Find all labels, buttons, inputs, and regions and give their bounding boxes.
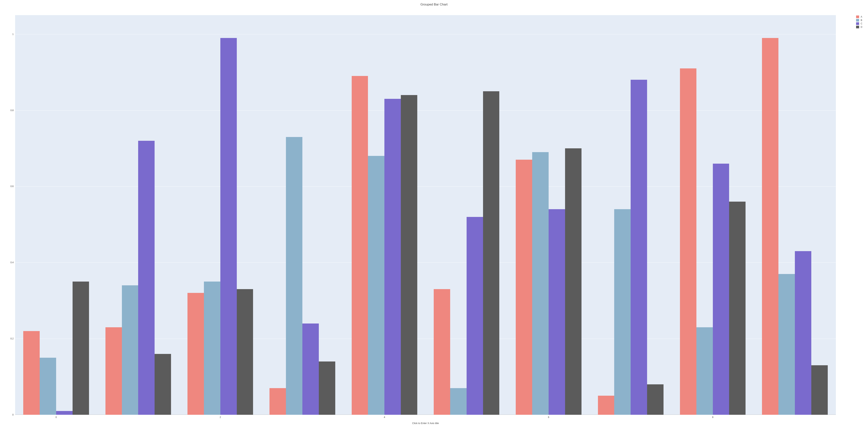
gridline [15, 110, 836, 111]
y-tick-label: 1 [12, 33, 13, 35]
x-axis-title[interactable]: Click to Enter X Axis title [15, 422, 836, 425]
legend-label: C [861, 22, 862, 25]
bar-B-6[interactable] [532, 152, 549, 415]
bar-C-4[interactable] [384, 99, 401, 415]
bar-D-7[interactable] [647, 384, 663, 415]
legend-swatch [856, 26, 859, 28]
bar-A-7[interactable] [598, 396, 614, 415]
bar-D-3[interactable] [319, 362, 335, 415]
bar-C-0[interactable] [56, 411, 72, 415]
legend-label: A [861, 16, 862, 18]
bar-A-2[interactable] [187, 293, 204, 415]
bar-B-2[interactable] [204, 281, 220, 415]
bar-B-9[interactable] [778, 274, 795, 415]
legend-swatch [856, 19, 859, 22]
legend-swatch [856, 16, 859, 18]
bar-B-4[interactable] [368, 156, 384, 415]
bar-B-5[interactable] [450, 388, 467, 415]
bar-D-5[interactable] [483, 91, 499, 415]
y-tick-label: 0.2 [10, 337, 13, 340]
bar-A-0[interactable] [23, 331, 40, 415]
bar-B-0[interactable] [40, 358, 56, 415]
y-tick-label: 0.8 [10, 109, 13, 112]
bar-C-3[interactable] [302, 324, 319, 415]
bar-D-6[interactable] [565, 148, 582, 415]
x-tick-label: 4 [384, 416, 385, 419]
legend-item-A[interactable]: A [856, 16, 862, 18]
plot-area-wrap: 00.20.40.60.8102468 [15, 15, 836, 415]
bar-C-7[interactable] [631, 80, 647, 415]
bar-C-2[interactable] [220, 38, 237, 415]
bar-C-5[interactable] [467, 217, 483, 415]
bar-C-8[interactable] [713, 164, 729, 415]
bar-D-9[interactable] [811, 365, 828, 415]
x-tick-label: 0 [56, 416, 57, 419]
x-tick-label: 2 [220, 416, 221, 419]
legend-swatch [856, 22, 859, 25]
bar-C-1[interactable] [138, 141, 155, 415]
y-tick-label: 0.6 [10, 185, 13, 188]
bar-A-9[interactable] [762, 38, 778, 415]
x-tick-label: 8 [712, 416, 713, 419]
bar-D-1[interactable] [155, 354, 171, 415]
legend-item-B[interactable]: B [856, 19, 862, 22]
bar-C-6[interactable] [549, 209, 565, 415]
bar-A-3[interactable] [270, 388, 286, 415]
bar-D-8[interactable] [729, 202, 746, 415]
legend-label: B [861, 19, 862, 22]
y-tick-label: 0 [12, 414, 13, 416]
bar-A-1[interactable] [105, 327, 122, 415]
legend-item-C[interactable]: C [856, 22, 862, 25]
legend: ABCD [856, 16, 862, 29]
x-tick-label: 6 [548, 416, 549, 419]
gridline [15, 34, 836, 34]
bar-D-2[interactable] [237, 289, 253, 415]
bar-A-6[interactable] [516, 160, 532, 415]
bar-C-9[interactable] [795, 251, 811, 415]
bar-A-5[interactable] [434, 289, 450, 415]
bar-D-4[interactable] [401, 95, 417, 415]
bar-B-8[interactable] [696, 327, 713, 415]
legend-label: D [861, 26, 862, 28]
y-tick-label: 0.4 [10, 261, 13, 264]
legend-item-D[interactable]: D [856, 26, 862, 28]
chart-title[interactable]: Grouped Bar Chart [0, 0, 868, 6]
chart-container: Grouped Bar Chart Click to Enter Y Axis … [0, 0, 868, 428]
bar-D-0[interactable] [72, 281, 89, 415]
plot-area[interactable] [15, 15, 836, 415]
bar-B-3[interactable] [286, 137, 302, 415]
bar-B-1[interactable] [122, 285, 138, 415]
bar-A-4[interactable] [352, 76, 368, 415]
bar-B-7[interactable] [614, 209, 631, 415]
bar-A-8[interactable] [680, 68, 696, 415]
